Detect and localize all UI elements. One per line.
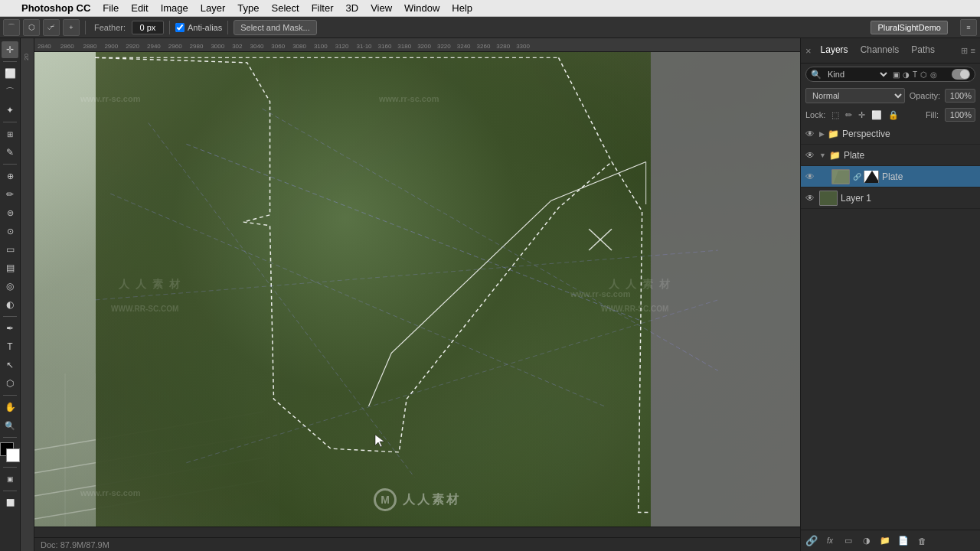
canvas[interactable]: www.rr-sc.com www.rr-sc.com www.rr-sc.co… (34, 52, 800, 527)
layer-kind-select[interactable]: Kind Name Effect Mode Attribute Color Sm… (825, 69, 890, 80)
delete-layer-button[interactable]: 🗑 (914, 533, 929, 549)
options-btn[interactable]: ≡ (960, 19, 977, 36)
eraser-tool[interactable]: ▭ (2, 241, 18, 258)
crop-tool[interactable]: ⊞ (2, 126, 18, 142)
layer-link-icon-plate[interactable]: 🔗 (853, 173, 861, 181)
panel-menu-icon[interactable]: ≡ (971, 46, 975, 56)
tool-separator-6 (3, 437, 17, 438)
panel-close-button[interactable]: × (805, 45, 812, 57)
tab-channels[interactable]: Channels (854, 41, 906, 60)
menu-image[interactable]: Image (155, 2, 194, 14)
gradient-tool[interactable]: ▤ (2, 259, 18, 276)
horizontal-scrollbar[interactable] (34, 527, 800, 537)
layer-thumbnail-plate[interactable] (831, 169, 850, 184)
canvas-foliage (96, 52, 651, 527)
fill-input[interactable] (945, 108, 975, 122)
path-select-tool[interactable]: ↖ (2, 357, 18, 373)
menu-select[interactable]: Select (265, 2, 305, 14)
eyedropper-tool[interactable]: ✎ (2, 144, 18, 161)
anti-alias-checkbox[interactable] (175, 23, 185, 32)
opacity-input[interactable] (945, 89, 975, 103)
shape-tool[interactable]: ⬡ (2, 375, 18, 392)
lock-all-icon[interactable]: 🔒 (888, 110, 899, 120)
polygon-lasso-btn[interactable]: ⬡ (23, 19, 40, 36)
blend-mode-row: Normal Dissolve Multiply Screen Overlay … (801, 85, 980, 106)
main-area: ✛ ⬜ ⌒ ✦ ⊞ ✎ ⊕ ✏ ⊜ ⊙ ▭ ▤ ◎ ◐ ✒ T ↖ ⬡ ✋ 🔍 … (0, 38, 980, 551)
tab-paths[interactable]: Paths (905, 41, 941, 60)
ruler-tick: 3220 (437, 43, 451, 50)
history-brush-tool[interactable]: ⊙ (2, 223, 18, 240)
list-item[interactable]: 👁 🔗 Plate (801, 166, 980, 187)
filter-adj-icon[interactable]: ◑ (903, 70, 910, 79)
tool-separator-8 (3, 491, 17, 491)
vertical-ruler: 20 (21, 38, 34, 551)
magic-wand-tool[interactable]: ✦ (2, 102, 18, 119)
menu-edit[interactable]: Edit (125, 2, 154, 14)
add-adjustment-button[interactable]: ◑ (859, 533, 874, 549)
menu-filter[interactable]: Filter (305, 2, 340, 14)
filter-smart-icon[interactable]: ◎ (930, 70, 937, 79)
blend-mode-select[interactable]: Normal Dissolve Multiply Screen Overlay (805, 88, 905, 103)
menu-layer[interactable]: Layer (194, 2, 232, 14)
magnetic-lasso-btn[interactable]: ⍻ (43, 19, 60, 36)
center-logo: M 人人素材 (374, 488, 461, 511)
filter-shape-icon[interactable]: ⬡ (920, 70, 927, 79)
list-item[interactable]: 👁 Layer 1 (801, 187, 980, 209)
type-tool[interactable]: T (2, 338, 18, 355)
layer-visibility-perspective[interactable]: 👁 (804, 129, 816, 139)
ruler-tick: 302 (232, 43, 242, 50)
anti-alias-wrap[interactable]: Anti-alias (175, 23, 222, 32)
lock-transparency-icon[interactable]: ⬚ (831, 110, 839, 120)
add-mode-btn[interactable]: + (63, 19, 80, 36)
screen-mode-btn[interactable]: ⬜ (2, 494, 18, 511)
layer-visibility-layer1[interactable]: 👁 (804, 193, 816, 204)
link-layers-button[interactable]: 🔗 (804, 533, 819, 549)
lock-artboard-icon[interactable]: ⬜ (871, 110, 882, 120)
layer-visibility-plate-group[interactable]: 👁 (804, 150, 816, 161)
healing-tool[interactable]: ⊕ (2, 168, 18, 184)
filter-toggle[interactable] (952, 69, 970, 80)
filter-type-icon[interactable]: T (913, 70, 917, 79)
fx-button[interactable]: fx (822, 533, 838, 549)
zoom-tool[interactable]: 🔍 (2, 417, 18, 434)
layer-expand-perspective[interactable]: ▶ (819, 130, 825, 138)
new-layer-button[interactable]: 📄 (896, 533, 911, 549)
pen-tool[interactable]: ✒ (2, 320, 18, 337)
layer-visibility-plate[interactable]: 👁 (804, 171, 816, 182)
add-mask-button[interactable]: ▭ (841, 533, 856, 549)
menu-3d[interactable]: 3D (340, 2, 365, 14)
tab-layers[interactable]: Layers (815, 41, 854, 60)
layer-thumbnail-layer1[interactable] (819, 191, 838, 206)
quick-mask-btn[interactable]: ▣ (2, 471, 18, 487)
list-item[interactable]: 👁 ▶ 📁 Perspective (801, 123, 980, 145)
brush-tool[interactable]: ✏ (2, 186, 18, 203)
new-group-button[interactable]: 📁 (877, 533, 893, 549)
lasso-tool[interactable]: ⌒ (2, 83, 18, 100)
marquee-tool[interactable]: ⬜ (2, 65, 18, 82)
panel-bottom-actions: 🔗 fx ▭ ◑ 📁 📄 🗑 (801, 530, 980, 551)
panel-expand-icon[interactable]: ⊞ (961, 46, 968, 56)
background-color[interactable] (6, 448, 20, 462)
list-item[interactable]: 👁 ▼ 📁 Plate (801, 145, 980, 166)
lock-position-icon[interactable]: ✛ (858, 110, 865, 120)
menu-type[interactable]: Type (231, 2, 265, 14)
layer-mask-plate[interactable] (864, 171, 879, 183)
dodge-tool[interactable]: ◐ (2, 296, 18, 313)
ruler-tick: 3240 (457, 43, 471, 50)
blur-tool[interactable]: ◎ (2, 278, 18, 295)
feather-input[interactable] (132, 21, 164, 34)
menu-file[interactable]: File (96, 2, 125, 14)
filter-pixel-icon[interactable]: ▣ (893, 70, 900, 79)
move-tool[interactable]: ✛ (2, 41, 18, 58)
lock-pixels-icon[interactable]: ✏ (845, 110, 852, 120)
lasso-tool-btn[interactable]: ⌒ (3, 19, 20, 36)
select-and-mask-button[interactable]: Select and Mask... (234, 20, 317, 35)
menu-view[interactable]: View (364, 2, 398, 14)
center-area: 20 2840 2860 2880 2900 2920 2940 2960 29… (21, 38, 800, 551)
menu-window[interactable]: Window (398, 2, 446, 14)
fg-bg-color-selector[interactable] (0, 442, 20, 462)
hand-tool[interactable]: ✋ (2, 399, 18, 416)
layer-expand-plate-group[interactable]: ▼ (819, 152, 826, 159)
menu-help[interactable]: Help (446, 2, 479, 14)
clone-tool[interactable]: ⊜ (2, 204, 18, 221)
